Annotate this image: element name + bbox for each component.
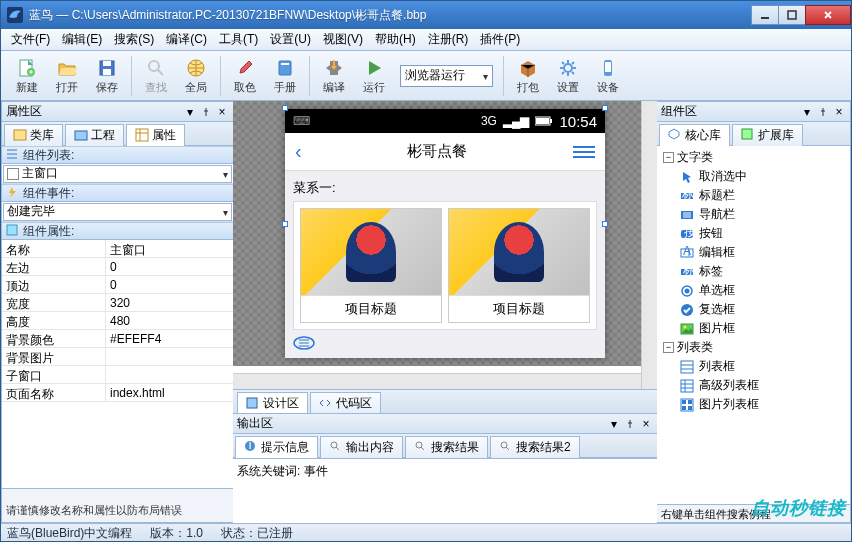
tree-item-label[interactable]: 标标签 — [657, 262, 850, 281]
collapse-icon[interactable]: − — [663, 152, 674, 163]
prop-row[interactable]: 名称主窗口 — [2, 240, 233, 258]
prop-row[interactable]: 背景颜色#EFEFF4 — [2, 330, 233, 348]
svg-point-39 — [685, 288, 690, 293]
imglist-icon — [679, 397, 695, 413]
component-list-value: 主窗口 — [22, 165, 58, 182]
tab-code-view[interactable]: 代码区 — [310, 392, 381, 414]
component-list-select[interactable]: 主窗口 — [3, 165, 232, 183]
resize-handle[interactable] — [602, 105, 608, 111]
resize-handle[interactable] — [282, 221, 288, 227]
output-text[interactable]: 系统关键词: 事件 — [233, 458, 657, 523]
menu-edit[interactable]: 编辑(E) — [56, 29, 108, 50]
label-icon: 标 — [679, 264, 695, 280]
tab-search-results-2[interactable]: 搜索结果2 — [490, 436, 580, 458]
panel-menu-button[interactable]: ▾ — [183, 105, 197, 119]
window-minimize-button[interactable] — [751, 5, 779, 25]
toolbar-open-button[interactable]: 打开 — [47, 53, 87, 99]
tab-project[interactable]: 工程 — [65, 124, 124, 146]
window-maximize-button[interactable] — [778, 5, 806, 25]
tree-item-navbar[interactable]: 导航栏 — [657, 205, 850, 224]
panel-close-button[interactable]: × — [639, 417, 653, 431]
tab-class-lib[interactable]: 类库 — [4, 124, 63, 146]
menu-view[interactable]: 视图(V) — [317, 29, 369, 50]
toolbar-save-button[interactable]: 保存 — [87, 53, 127, 99]
tab-output-content[interactable]: 输出内容 — [320, 436, 403, 458]
properties-icon — [135, 128, 149, 142]
list-item[interactable]: 项目标题 — [448, 208, 590, 323]
toolbar-pick-color-button[interactable]: 取色 — [225, 53, 265, 99]
panel-pin-button[interactable] — [199, 105, 213, 119]
prop-row[interactable]: 子窗口 — [2, 366, 233, 384]
phone-preview[interactable]: ⌨ 3G ▂▄▆ 10:54 ‹ 彬哥点餐 菜系一: 项目标题 — [285, 109, 605, 358]
menu-file[interactable]: 文件(F) — [5, 29, 56, 50]
menu-help[interactable]: 帮助(H) — [369, 29, 422, 50]
tab-properties[interactable]: 属性 — [126, 124, 185, 146]
tab-output-hint[interactable]: i提示信息 — [235, 436, 318, 458]
tree-item-advlistbox[interactable]: 高级列表框 — [657, 376, 850, 395]
prop-row[interactable]: 宽度320 — [2, 294, 233, 312]
toolbar-device-button[interactable]: 设备 — [588, 53, 628, 99]
toolbar-find-button[interactable]: 查找 — [136, 53, 176, 99]
toolbar-global-button[interactable]: 全局 — [176, 53, 216, 99]
design-canvas[interactable]: ⌨ 3G ▂▄▆ 10:54 ‹ 彬哥点餐 菜系一: 项目标题 — [233, 101, 657, 366]
menu-register[interactable]: 注册(R) — [422, 29, 475, 50]
resize-handle[interactable] — [282, 105, 288, 111]
toolbar-settings-button[interactable]: 设置 — [548, 53, 588, 99]
panel-close-button[interactable]: × — [215, 105, 229, 119]
prop-row[interactable]: 顶边0 — [2, 276, 233, 294]
tree-group-text[interactable]: −文字类 — [657, 148, 850, 167]
scrollbar-vertical[interactable] — [641, 101, 657, 389]
components-panel: 组件区 ▾ × 核心库 扩展库 −文字类 取消选中 标标题栏 导航栏 按按钮 A… — [657, 101, 851, 523]
output-title: 输出区 — [237, 415, 605, 432]
panel-menu-button[interactable]: ▾ — [800, 105, 814, 119]
menu-settings[interactable]: 设置(U) — [264, 29, 317, 50]
toolbar-compile-button[interactable]: 编译 — [314, 53, 354, 99]
list-item[interactable]: 项目标题 — [300, 208, 442, 323]
panel-pin-button[interactable] — [623, 417, 637, 431]
run-target-combo[interactable]: 浏览器运行 — [400, 65, 493, 87]
window-close-button[interactable] — [805, 5, 851, 25]
tab-core-lib[interactable]: 核心库 — [659, 124, 730, 146]
button-icon: 按 — [679, 226, 695, 242]
tree-item-titlebar[interactable]: 标标题栏 — [657, 186, 850, 205]
panel-menu-button[interactable]: ▾ — [607, 417, 621, 431]
tree-item-listbox[interactable]: 列表框 — [657, 357, 850, 376]
hamburger-icon[interactable] — [573, 146, 595, 158]
scrollbar-horizontal[interactable] — [233, 373, 641, 389]
tree-item-imglistbox[interactable]: 图片列表框 — [657, 395, 850, 414]
tree-item-radio[interactable]: 单选框 — [657, 281, 850, 300]
prop-row[interactable]: 高度480 — [2, 312, 233, 330]
resize-handle[interactable] — [602, 221, 608, 227]
svg-rect-49 — [688, 406, 692, 410]
prop-row[interactable]: 左边0 — [2, 258, 233, 276]
tab-ext-lib[interactable]: 扩展库 — [732, 124, 803, 146]
svg-rect-6 — [103, 69, 111, 75]
tree-group-list[interactable]: −列表类 — [657, 338, 850, 357]
component-event-select[interactable]: 创建完毕 — [3, 203, 232, 221]
menu-compile[interactable]: 编译(C) — [160, 29, 213, 50]
ext-icon — [741, 128, 755, 142]
prop-row[interactable]: 页面名称index.html — [2, 384, 233, 402]
prop-row[interactable]: 背景图片 — [2, 348, 233, 366]
tree-item-deselect[interactable]: 取消选中 — [657, 167, 850, 186]
svg-text:i: i — [249, 440, 252, 452]
tab-search-results[interactable]: 搜索结果 — [405, 436, 488, 458]
back-icon[interactable]: ‹ — [295, 140, 302, 163]
panel-pin-button[interactable] — [816, 105, 830, 119]
toolbar-run-button[interactable]: 运行 — [354, 53, 394, 99]
menu-search[interactable]: 搜索(S) — [108, 29, 160, 50]
tree-item-textbox[interactable]: A编辑框 — [657, 243, 850, 262]
tree-item-button[interactable]: 按按钮 — [657, 224, 850, 243]
tree-item-image[interactable]: 图片框 — [657, 319, 850, 338]
project-icon — [74, 128, 88, 142]
toolbar-new-button[interactable]: 新建 — [7, 53, 47, 99]
svg-rect-13 — [605, 62, 611, 72]
toolbar-pack-button[interactable]: 打包 — [508, 53, 548, 99]
tab-design-view[interactable]: 设计区 — [237, 392, 308, 414]
menu-plugin[interactable]: 插件(P) — [474, 29, 526, 50]
toolbar-manual-button[interactable]: 手册 — [265, 53, 305, 99]
tree-item-checkbox[interactable]: 复选框 — [657, 300, 850, 319]
panel-close-button[interactable]: × — [832, 105, 846, 119]
menu-tools[interactable]: 工具(T) — [213, 29, 264, 50]
collapse-icon[interactable]: − — [663, 342, 674, 353]
